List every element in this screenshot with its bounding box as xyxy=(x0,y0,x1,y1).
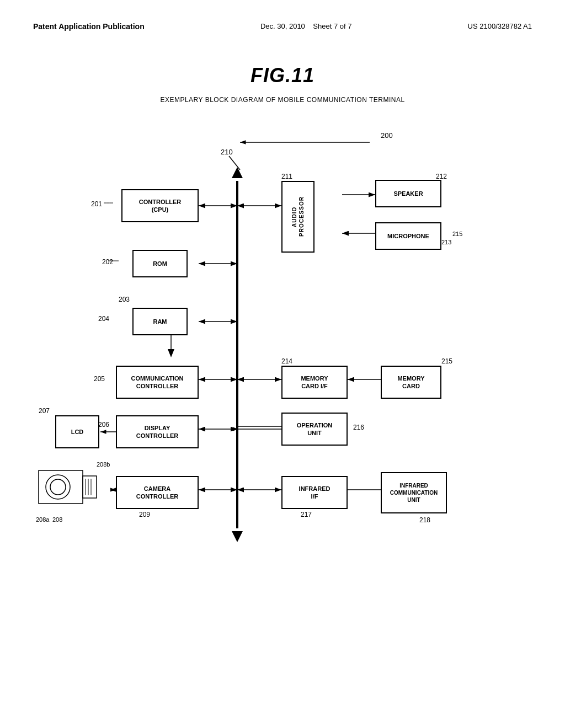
svg-marker-5 xyxy=(232,167,243,178)
figure-title: FIG.11 xyxy=(0,64,565,87)
header-center: Dec. 30, 2010 Sheet 7 of 7 xyxy=(260,22,352,30)
box-ram: RAM xyxy=(132,308,188,335)
box-comm-controller: COMMUNICATION CONTROLLER xyxy=(116,366,199,399)
svg-point-28 xyxy=(50,479,66,495)
box-speaker: SPEAKER xyxy=(375,180,441,207)
label-202: 202 xyxy=(102,258,113,266)
label-214: 214 xyxy=(281,357,292,365)
label-208b: 208b xyxy=(97,461,110,468)
box-lcd: LCD xyxy=(55,415,99,448)
label-213: 213 xyxy=(441,239,451,245)
box-memory-card-if: MEMORY CARD I/F xyxy=(281,366,348,399)
label-200: 200 xyxy=(381,131,393,140)
figure-subtitle: EXEMPLARY BLOCK DIAGRAM OF MOBILE COMMUN… xyxy=(0,96,565,104)
label-216: 216 xyxy=(353,424,364,431)
svg-rect-29 xyxy=(83,476,97,498)
label-204: 204 xyxy=(98,315,109,323)
svg-line-36 xyxy=(229,156,240,170)
box-controller: CONTROLLER (CPU) xyxy=(121,189,199,222)
label-205: 205 xyxy=(94,375,105,383)
box-rom: ROM xyxy=(132,250,188,277)
label-203: 203 xyxy=(119,296,130,303)
page-header: Patent Application Publication Dec. 30, … xyxy=(0,0,565,42)
box-memory-card: MEMORY CARD xyxy=(381,366,441,399)
label-206: 206 xyxy=(98,421,109,429)
label-215: 215 xyxy=(452,231,462,237)
camera-body xyxy=(36,462,108,512)
box-audio-processor: AUDIO PROCESSOR xyxy=(281,181,315,253)
svg-marker-6 xyxy=(232,531,243,542)
label-208: 208 xyxy=(52,516,62,523)
box-microphone: MICROPHONE xyxy=(375,222,441,250)
label-218: 218 xyxy=(419,516,430,524)
label-208a: 208a xyxy=(36,516,49,523)
label-215b: 215 xyxy=(441,357,452,365)
label-212: 212 xyxy=(436,173,447,180)
label-201: 201 xyxy=(91,200,102,208)
label-210: 210 xyxy=(221,148,233,156)
box-infrared-if: INFRARED I/F xyxy=(281,476,348,509)
header-publication: Patent Application Publication xyxy=(33,22,145,31)
box-infrared-comm: INFRARED COMMUNICATION UNIT xyxy=(381,472,447,513)
svg-marker-11 xyxy=(168,349,174,357)
header-patent-number: US 2100/328782 A1 xyxy=(468,22,532,30)
box-display-controller: DISPLAY CONTROLLER xyxy=(116,415,199,448)
svg-point-27 xyxy=(46,475,70,499)
label-211: 211 xyxy=(281,173,292,180)
box-operation-unit: OPERATION UNIT xyxy=(281,413,348,446)
label-207: 207 xyxy=(39,407,50,415)
label-209: 209 xyxy=(139,511,150,518)
box-camera-controller: CAMERA CONTROLLER xyxy=(116,476,199,509)
diagram-container: 200 210 CONTROLLER (CPU) 201 ROM 202 RAM… xyxy=(0,115,565,694)
label-217: 217 xyxy=(301,511,312,518)
